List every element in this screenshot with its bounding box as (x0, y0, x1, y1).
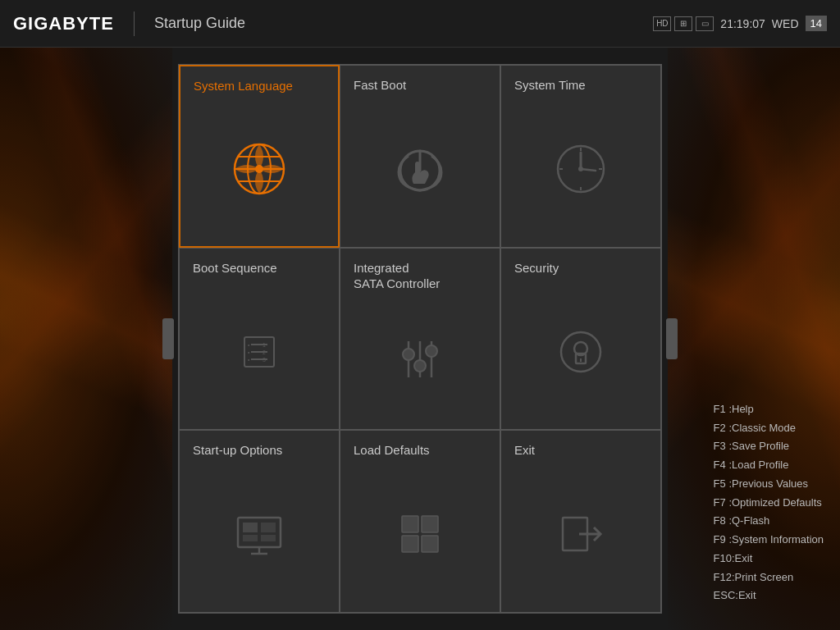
exit-icon (548, 501, 614, 567)
topbar-right: HD ⊞ ▭ 21:19:07 WED 14 (653, 16, 827, 31)
cell-integrated-sata[interactable]: Integrated SATA Controller (340, 248, 500, 431)
topbar: GIGABYTE Startup Guide HD ⊞ ▭ 21:19:07 W… (0, 0, 840, 48)
cell-boot-sequence[interactable]: Boot Sequence • • • 1 2 3 (179, 248, 340, 431)
hd-icon: HD (653, 16, 671, 31)
cell-label-integrated-sata: Integrated SATA Controller (354, 260, 440, 292)
shortcut-f1: F1 :Help (714, 400, 824, 419)
svg-point-5 (255, 165, 263, 173)
cell-icon-integrated-sata (354, 299, 486, 422)
cell-icon-system-time (514, 100, 647, 239)
main-content: System Language Fast Boot (0, 48, 840, 630)
cell-label-exit: Exit (514, 442, 535, 459)
display-icons: HD ⊞ ▭ (653, 16, 714, 31)
svg-rect-37 (261, 523, 276, 532)
shortcut-esc: ESC:Exit (714, 587, 824, 605)
cell-system-language[interactable]: System Language (179, 65, 340, 248)
shortcut-f2: F2 :Classic Mode (714, 419, 824, 438)
svg-rect-42 (402, 516, 418, 532)
cell-icon-boot-sequence: • • • 1 2 3 (193, 282, 326, 421)
svg-text:•: • (248, 357, 250, 363)
cell-label-system-language: System Language (194, 78, 293, 94)
shortcut-f8: F8 :Q-Flash (714, 512, 824, 531)
scroll-handle-left[interactable] (162, 318, 174, 359)
cell-startup-options[interactable]: Start-up Options (179, 430, 340, 613)
day-display: WED (772, 17, 799, 30)
cell-icon-exit (514, 465, 647, 604)
sliders-icon (387, 326, 453, 392)
svg-point-31 (561, 332, 600, 372)
svg-text:•: • (248, 349, 250, 355)
shortcut-f10: F10:Exit (714, 550, 824, 568)
cell-icon-security (514, 282, 647, 421)
cell-label-system-time: System Time (514, 77, 586, 94)
cell-load-defaults[interactable]: Load Defaults (340, 430, 500, 613)
svg-point-28 (403, 349, 414, 360)
svg-rect-44 (402, 536, 418, 552)
cell-fast-boot[interactable]: Fast Boot (340, 65, 500, 248)
svg-rect-43 (422, 516, 438, 532)
svg-rect-39 (261, 535, 276, 541)
shortcut-f5: F5 :Previous Values (714, 475, 824, 494)
lock-icon (548, 319, 614, 385)
date-display: 14 (806, 16, 827, 31)
scroll-handle-right[interactable] (666, 318, 678, 359)
svg-rect-36 (243, 523, 258, 532)
shortcut-f7: F7 :Optimized Defaults (714, 494, 824, 513)
startup-guide-grid: System Language Fast Boot (178, 64, 662, 614)
page-title: Startup Guide (154, 15, 245, 32)
svg-point-30 (426, 345, 437, 357)
shortcut-f4: F4 :Load Profile (714, 456, 824, 475)
svg-text:2: 2 (262, 349, 266, 355)
cell-icon-system-language (194, 101, 325, 238)
brand-logo: GIGABYTE (13, 13, 114, 34)
power-icon (387, 136, 453, 202)
svg-rect-45 (422, 536, 438, 552)
cell-label-boot-sequence: Boot Sequence (193, 260, 277, 276)
cell-exit[interactable]: Exit (500, 430, 661, 613)
shortcut-f3: F3 :Save Profile (714, 437, 824, 456)
svg-text:•: • (248, 342, 250, 348)
time-display: 21:19:07 (720, 17, 765, 30)
monitor-icon (226, 501, 292, 567)
grid-icon: ⊞ (674, 16, 692, 31)
cell-label-load-defaults: Load Defaults (354, 442, 430, 459)
cell-label-fast-boot: Fast Boot (354, 77, 406, 94)
cell-icon-fast-boot (354, 100, 486, 239)
svg-point-29 (414, 360, 426, 372)
logo-divider (134, 11, 135, 36)
shortcut-f9: F9 :System Information (714, 531, 824, 550)
window-icon: ▭ (696, 16, 714, 31)
clock-icon (548, 136, 614, 202)
list-icon: • • • 1 2 3 (226, 319, 292, 385)
cell-system-time[interactable]: System Time (500, 65, 661, 248)
svg-text:3: 3 (262, 357, 266, 363)
grid-icon (387, 501, 453, 567)
cell-label-security: Security (514, 260, 559, 276)
cell-icon-load-defaults (354, 465, 486, 604)
svg-rect-38 (243, 535, 258, 541)
svg-line-10 (581, 169, 596, 171)
cell-label-startup-options: Start-up Options (193, 442, 282, 459)
svg-text:1: 1 (262, 342, 266, 348)
cell-security[interactable]: Security (500, 248, 661, 431)
shortcuts-panel: F1 :Help F2 :Classic Mode F3 :Save Profi… (714, 400, 824, 605)
logo-area: GIGABYTE Startup Guide (13, 11, 245, 36)
globe-icon (226, 136, 292, 202)
shortcut-f12: F12:Print Screen (714, 568, 824, 587)
cell-icon-startup-options (193, 465, 326, 604)
